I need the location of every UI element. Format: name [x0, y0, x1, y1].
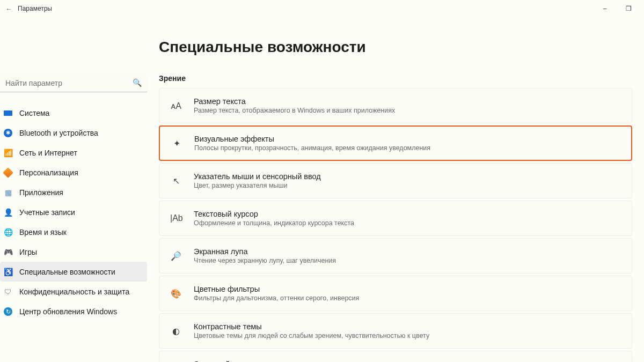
- magnifier-plus-icon: 🔎: [170, 251, 182, 261]
- sidebar-item-label: Сеть и Интернет: [19, 149, 77, 157]
- text-cursor-icon: |Ab: [170, 213, 182, 223]
- palette-icon: 🎨: [170, 289, 182, 299]
- sidebar-item-label: Конфиденциальность и защита: [19, 287, 129, 296]
- card-text-size[interactable]: ᴀA Размер текста Размер текста, отобража…: [159, 88, 632, 123]
- card-desc: Цветовые темы для людей со слабым зрение…: [194, 332, 429, 339]
- page-title: Специальные возможности: [159, 39, 632, 56]
- window-controls: – ❐: [597, 5, 641, 12]
- card-desc: Чтение через экранную лупу, шаг увеличен…: [194, 257, 336, 264]
- card-title: Экранная лупа: [194, 247, 336, 256]
- sidebar-item-label: Время и язык: [19, 228, 67, 237]
- sidebar-item-system[interactable]: Система: [0, 103, 147, 123]
- titlebar: ← Параметры – ❐: [0, 0, 644, 17]
- window-title: Параметры: [18, 5, 52, 12]
- card-title: Цветные фильтры: [194, 285, 359, 293]
- settings-cards: ᴀA Размер текста Размер текста, отобража…: [159, 88, 632, 362]
- sidebar-item-label: Игры: [19, 248, 37, 256]
- maximize-button[interactable]: ❐: [620, 5, 636, 12]
- section-heading: Зрение: [159, 74, 632, 83]
- card-title: Визуальные эффекты: [194, 135, 430, 143]
- card-color-filters[interactable]: 🎨 Цветные фильтры Фильтры для дальтонизм…: [159, 276, 632, 311]
- sidebar: 🔍 Система ✱Bluetooth и устройства 📶Сеть …: [0, 17, 149, 362]
- card-desc: Размер текста, отображаемого в Windows и…: [194, 107, 395, 114]
- sidebar-item-label: Персонализация: [19, 168, 78, 177]
- sidebar-item-gaming[interactable]: 🎮Игры: [0, 242, 147, 262]
- sidebar-item-bluetooth[interactable]: ✱Bluetooth и устройства: [0, 123, 147, 143]
- card-title: Контрастные темы: [194, 322, 429, 331]
- sidebar-item-label: Специальные возможности: [19, 268, 115, 276]
- text-size-icon: ᴀA: [170, 101, 182, 111]
- card-desc: Фильтры для дальтонизма, оттенки серого,…: [194, 294, 359, 302]
- card-title: Указатель мыши и сенсорный ввод: [194, 172, 321, 181]
- card-desc: Оформление и толщина, индикатор курсора …: [194, 219, 354, 227]
- sidebar-item-label: Система: [19, 109, 49, 117]
- main-content: Специальные возможности Зрение ᴀA Размер…: [149, 17, 644, 362]
- card-desc: Цвет, размер указателя мыши: [194, 182, 321, 189]
- update-icon: ↻: [3, 307, 13, 316]
- sidebar-item-windows-update[interactable]: ↻Центр обновления Windows: [0, 301, 147, 321]
- card-title: Экранный диктор: [194, 360, 371, 362]
- sidebar-item-privacy[interactable]: 🛡Конфиденциальность и защита: [0, 282, 147, 301]
- search-field[interactable]: 🔍: [0, 74, 147, 92]
- card-mouse-pointer[interactable]: ↖ Указатель мыши и сенсорный ввод Цвет, …: [159, 163, 632, 198]
- sidebar-item-network[interactable]: 📶Сеть и Интернет: [0, 143, 147, 162]
- sidebar-item-accounts[interactable]: 👤Учетные записи: [0, 202, 147, 222]
- sparkle-icon: ✦: [171, 138, 182, 149]
- sidebar-item-label: Учетные записи: [19, 208, 75, 217]
- search-icon: 🔍: [133, 78, 142, 87]
- card-contrast-themes[interactable]: ◐ Контрастные темы Цветовые темы для люд…: [159, 313, 632, 349]
- card-title: Текстовый курсор: [194, 210, 354, 218]
- wifi-icon: 📶: [3, 148, 13, 158]
- sidebar-item-label: Центр обновления Windows: [19, 307, 117, 316]
- card-magnifier[interactable]: 🔎 Экранная лупа Чтение через экранную лу…: [159, 238, 632, 274]
- bluetooth-icon: ✱: [3, 128, 13, 138]
- sidebar-item-personalization[interactable]: Персонализация: [0, 162, 147, 182]
- card-narrator[interactable]: 🗣 Экранный диктор Голос, уровень детализ…: [159, 351, 632, 362]
- gamepad-icon: 🎮: [3, 247, 13, 257]
- contrast-icon: ◐: [170, 326, 182, 336]
- card-visual-effects[interactable]: ✦ Визуальные эффекты Полосы прокрутки, п…: [159, 125, 632, 161]
- accessibility-icon: ♿: [3, 267, 13, 277]
- sidebar-item-time-language[interactable]: 🌐Время и язык: [0, 222, 147, 242]
- sidebar-item-label: Bluetooth и устройства: [19, 129, 98, 137]
- brush-icon: [3, 168, 13, 178]
- search-input[interactable]: [0, 74, 147, 92]
- shield-icon: 🛡: [3, 287, 13, 297]
- sidebar-item-label: Приложения: [19, 188, 63, 197]
- card-text-cursor[interactable]: |Ab Текстовый курсор Оформление и толщин…: [159, 201, 632, 236]
- card-desc: Полосы прокрутки, прозрачность, анимация…: [194, 144, 430, 152]
- globe-clock-icon: 🌐: [3, 227, 13, 237]
- display-icon: [3, 108, 13, 118]
- sidebar-item-accessibility[interactable]: ♿Специальные возможности: [0, 262, 147, 282]
- back-icon[interactable]: ←: [5, 5, 12, 13]
- sidebar-item-apps[interactable]: ▦Приложения: [0, 182, 147, 202]
- minimize-button[interactable]: –: [597, 5, 613, 12]
- person-icon: 👤: [3, 208, 13, 217]
- card-title: Размер текста: [194, 97, 395, 106]
- cursor-icon: ↖: [170, 176, 182, 186]
- apps-icon: ▦: [3, 188, 13, 197]
- nav-list: Система ✱Bluetooth и устройства 📶Сеть и …: [0, 100, 149, 321]
